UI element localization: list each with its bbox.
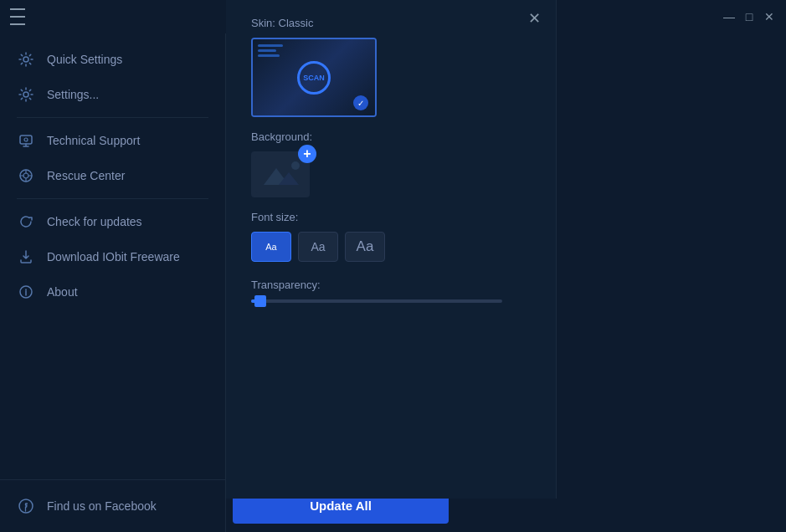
content-area: Quick Settings Settings... — [0, 33, 786, 532]
scan-circle: SCAN — [297, 61, 331, 95]
sidebar-item-about[interactable]: About — [0, 274, 225, 309]
window-controls: — □ ✕ — [722, 10, 776, 23]
facebook-label: Find us on Facebook — [47, 499, 157, 513]
sidebar-item-download-freeware[interactable]: Download IObit Freeware — [0, 239, 225, 274]
svg-point-11 — [291, 161, 300, 170]
font-buttons: Aa Aa Aa — [251, 232, 531, 262]
transparency-slider-thumb[interactable] — [254, 295, 266, 307]
sidebar-divider-1 — [17, 117, 208, 118]
quick-settings-label: Quick Settings — [47, 53, 122, 66]
transparency-label: Transparency: — [251, 279, 531, 291]
about-label: About — [47, 285, 78, 299]
minimize-button[interactable]: — — [722, 10, 736, 23]
app-window: — □ ✕ Quick Settings — [0, 0, 786, 532]
add-background-button[interactable]: + — [298, 145, 316, 163]
svg-point-0 — [23, 57, 28, 62]
settings-label: Settings... — [47, 88, 99, 101]
check-updates-label: Check for updates — [47, 215, 142, 228]
sidebar-divider-2 — [17, 198, 208, 199]
technical-support-icon — [17, 131, 35, 150]
svg-rect-2 — [20, 136, 32, 144]
facebook-icon — [17, 497, 35, 515]
font-btn-small[interactable]: Aa — [251, 232, 291, 262]
sidebar-item-technical-support[interactable]: Technical Support — [0, 123, 225, 158]
close-button[interactable]: ✕ — [763, 10, 776, 23]
check-badge: ✓ — [353, 95, 368, 110]
skin-settings-panel: ✕ Skin: Classic SCAN ✓ — [226, 33, 557, 499]
font-size-section: Font size: Aa Aa Aa — [251, 211, 531, 262]
transparency-section: Transparency: — [251, 279, 531, 303]
font-size-label: Font size: — [251, 211, 531, 223]
sidebar: Quick Settings Settings... — [0, 33, 226, 532]
mountain-icon — [255, 156, 306, 193]
svg-point-1 — [23, 92, 28, 97]
download-freeware-label: Download IObit Freeware — [47, 250, 180, 263]
quick-settings-icon — [17, 50, 35, 69]
download-freeware-icon — [17, 248, 35, 266]
background-label: Background: — [251, 130, 531, 143]
hamburger-menu[interactable] — [10, 7, 25, 27]
font-btn-large[interactable]: Aa — [345, 232, 385, 262]
maximize-button[interactable]: □ — [742, 10, 756, 23]
sidebar-bottom: Find us on Facebook — [0, 479, 225, 524]
check-updates-icon — [17, 212, 35, 231]
skin-preview[interactable]: SCAN ✓ — [251, 38, 377, 117]
skin-mini-bars — [258, 44, 283, 57]
transparency-slider-track[interactable] — [251, 299, 502, 303]
svg-point-5 — [23, 173, 28, 178]
sidebar-item-check-updates[interactable]: Check for updates — [0, 204, 225, 239]
background-picker: + — [251, 151, 310, 197]
sidebar-top-section: Quick Settings Settings... — [0, 33, 225, 318]
rescue-center-label: Rescue Center — [47, 169, 125, 182]
sidebar-item-rescue-center[interactable]: Rescue Center — [0, 158, 225, 193]
svg-point-3 — [24, 138, 28, 141]
background-section: Background: + — [251, 130, 531, 197]
font-btn-medium[interactable]: Aa — [298, 232, 338, 262]
font-large-label: Aa — [357, 238, 374, 255]
font-medium-label: Aa — [311, 240, 325, 253]
font-small-label: Aa — [265, 242, 276, 252]
sidebar-item-settings[interactable]: Settings... — [0, 77, 225, 112]
about-icon — [17, 283, 35, 301]
sidebar-item-quick-settings[interactable]: Quick Settings — [0, 42, 225, 77]
technical-support-label: Technical Support — [47, 134, 140, 147]
rescue-center-icon — [17, 166, 35, 185]
skin-section: Skin: Classic SCAN ✓ — [251, 33, 531, 117]
sidebar-item-facebook[interactable]: Find us on Facebook — [0, 489, 225, 524]
settings-icon — [17, 85, 35, 104]
